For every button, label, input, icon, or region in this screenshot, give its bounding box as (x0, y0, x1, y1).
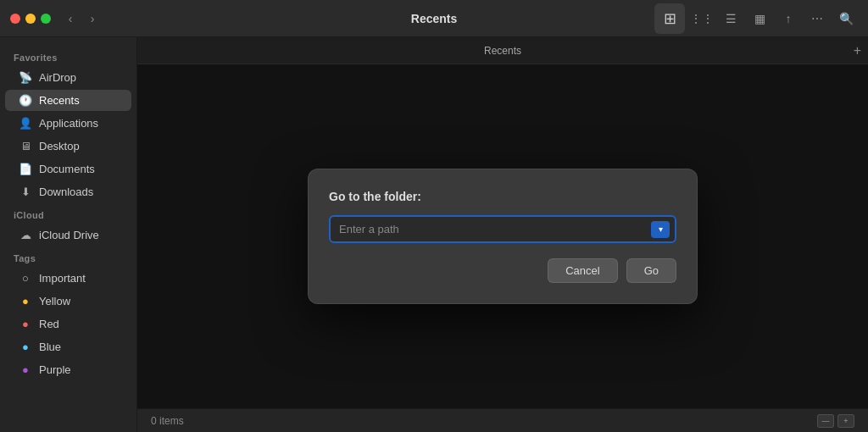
status-bar-btn-1[interactable]: — (817, 414, 834, 428)
content-header-title: Recents (484, 45, 521, 57)
sidebar-item-purple[interactable]: ● Purple (5, 359, 131, 380)
forward-button[interactable]: › (83, 9, 102, 28)
items-count: 0 items (151, 415, 184, 427)
dialog-title: Go to the folder: (329, 190, 676, 203)
sidebar: Favorites 📡 AirDrop 🕐 Recents 👤 Applicat… (0, 37, 137, 432)
sidebar-item-red[interactable]: ● Red (5, 313, 131, 335)
status-bar: 0 items — + (137, 408, 868, 432)
recents-icon: 🕐 (19, 94, 32, 107)
status-bar-btn-2[interactable]: + (837, 414, 854, 428)
path-input[interactable] (329, 215, 676, 243)
chevron-down-icon: ▾ (659, 224, 663, 234)
tag-blue-icon: ● (19, 341, 32, 353)
applications-icon: 👤 (19, 117, 32, 130)
tag-red-icon: ● (19, 318, 32, 330)
sidebar-item-documents[interactable]: 📄 Documents (5, 158, 131, 180)
documents-icon: 📄 (19, 163, 32, 175)
toolbar-right: ⊞ ⋮⋮ ☰ ▦ ↑ ⋯ 🔍 (654, 3, 858, 34)
content-header: Recents + (137, 37, 868, 64)
sidebar-item-label: Purple (39, 363, 71, 376)
path-input-wrapper: ▾ (329, 215, 676, 243)
sidebar-item-label: Recents (39, 94, 80, 107)
dialog-overlay: Go to the folder: ▾ Cancel Go (137, 64, 868, 408)
view-gallery-button[interactable]: ▦ (748, 7, 771, 30)
content-body: Go to the folder: ▾ Cancel Go (137, 64, 868, 408)
traffic-lights (10, 14, 51, 24)
go-button[interactable]: Go (626, 258, 676, 283)
tags-label: Tags (0, 246, 136, 267)
path-dropdown-button[interactable]: ▾ (651, 221, 670, 238)
app-icon-button[interactable]: ⊞ (654, 3, 685, 34)
airdrop-icon: 📡 (19, 71, 32, 84)
dialog-buttons: Cancel Go (329, 258, 676, 283)
sidebar-item-label: Yellow (39, 295, 70, 307)
sidebar-item-label: Documents (39, 163, 95, 175)
share-button[interactable]: ↑ (776, 7, 800, 30)
status-bar-controls: — + (817, 414, 854, 428)
action-button[interactable]: ⋯ (805, 7, 829, 30)
sidebar-item-label: Red (39, 318, 59, 330)
sidebar-item-label: iCloud Drive (39, 229, 99, 241)
cancel-button[interactable]: Cancel (548, 258, 617, 283)
sidebar-item-important[interactable]: ○ Important (5, 268, 131, 289)
window-title: Recents (411, 12, 457, 25)
main-layout: Favorites 📡 AirDrop 🕐 Recents 👤 Applicat… (0, 37, 868, 432)
sidebar-item-desktop[interactable]: 🖥 Desktop (5, 136, 131, 157)
sidebar-item-label: Applications (39, 117, 98, 130)
tag-purple-icon: ● (19, 363, 32, 376)
icloud-drive-icon: ☁ (19, 229, 32, 241)
sidebar-item-label: Blue (39, 341, 61, 353)
goto-folder-dialog: Go to the folder: ▾ Cancel Go (308, 169, 698, 304)
view-columns-button[interactable]: ⋮⋮ (690, 7, 714, 30)
minimize-button[interactable] (25, 14, 36, 24)
desktop-icon: 🖥 (19, 140, 32, 152)
sidebar-item-label: Downloads (39, 186, 93, 198)
maximize-button[interactable] (41, 14, 51, 24)
sidebar-item-label: AirDrop (39, 71, 76, 84)
favorites-label: Favorites (0, 46, 136, 66)
sidebar-item-label: Desktop (39, 140, 80, 152)
close-button[interactable] (10, 14, 20, 24)
tag-important-icon: ○ (19, 272, 32, 285)
sidebar-item-icloud-drive[interactable]: ☁ iCloud Drive (5, 224, 131, 246)
sidebar-item-label: Important (39, 272, 86, 285)
tag-yellow-icon: ● (19, 295, 32, 307)
title-bar: ‹ › Recents ⊞ ⋮⋮ ☰ ▦ ↑ ⋯ 🔍 (0, 0, 868, 37)
sidebar-item-yellow[interactable]: ● Yellow (5, 291, 131, 312)
back-button[interactable]: ‹ (61, 9, 80, 28)
nav-buttons: ‹ › (61, 9, 102, 28)
sidebar-item-blue[interactable]: ● Blue (5, 336, 131, 357)
sidebar-item-recents[interactable]: 🕐 Recents (5, 90, 131, 111)
search-button[interactable]: 🔍 (834, 7, 858, 30)
downloads-icon: ⬇ (19, 186, 32, 198)
sidebar-item-applications[interactable]: 👤 Applications (5, 113, 131, 134)
content-area: Recents + Go to the folder: ▾ Cancel G (137, 37, 868, 432)
sidebar-item-downloads[interactable]: ⬇ Downloads (5, 181, 131, 202)
add-button[interactable]: + (854, 43, 861, 58)
view-list-button[interactable]: ☰ (719, 7, 743, 30)
icloud-label: iCloud (0, 203, 136, 224)
sidebar-item-airdrop[interactable]: 📡 AirDrop (5, 67, 131, 88)
